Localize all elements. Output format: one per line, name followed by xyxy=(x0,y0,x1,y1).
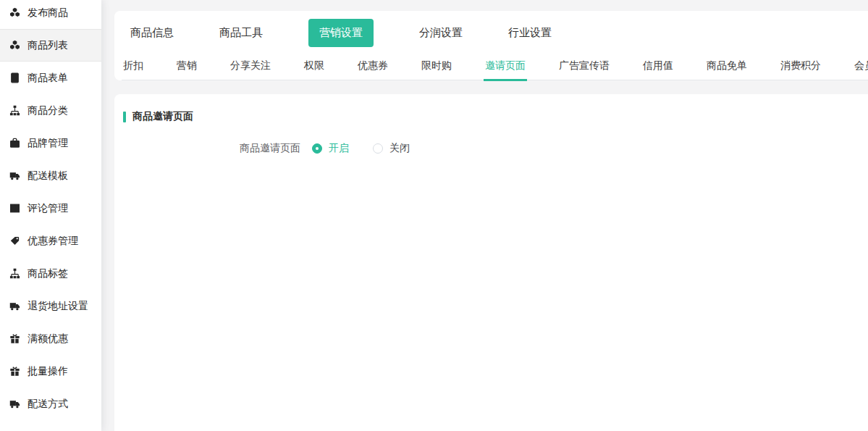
sidebar-item-label: 优惠券管理 xyxy=(28,235,78,248)
main-area: 商品信息商品工具营销设置分润设置行业设置 折扣营销分享关注权限优惠券限时购邀请页… xyxy=(114,0,868,431)
sidebar-item-label: 评论管理 xyxy=(28,202,68,215)
sidebar-item-label: 商品列表 xyxy=(28,39,68,52)
secondary-tab[interactable]: 商品免单 xyxy=(705,55,749,81)
secondary-tab[interactable]: 邀请页面 xyxy=(484,55,527,81)
primary-tab[interactable]: 分润设置 xyxy=(419,26,463,40)
sitemap-icon xyxy=(9,268,20,280)
truck-icon xyxy=(9,170,20,182)
sidebar-item-label: 退货地址设置 xyxy=(28,300,88,313)
columns-icon xyxy=(9,203,20,214)
secondary-tab[interactable]: 会员价设置 xyxy=(853,55,868,81)
sidebar-item[interactable]: 商品列表 xyxy=(0,29,101,62)
secondary-tab[interactable]: 消费积分 xyxy=(779,55,822,81)
section-title: 商品邀请页面 xyxy=(123,110,868,123)
invite-page-radio-group: 开启 关闭 xyxy=(312,142,410,155)
gift-icon xyxy=(9,366,20,377)
radio-option-label: 关闭 xyxy=(389,142,410,155)
secondary-tab[interactable]: 信用值 xyxy=(641,55,675,81)
radio-option: 开启 xyxy=(312,142,349,155)
sidebar-item[interactable]: 优惠券管理 xyxy=(0,225,101,257)
sidebar-item-label: 商品表单 xyxy=(28,72,68,85)
invite-page-form-row: 商品邀请页面 开启 关闭 xyxy=(123,142,868,155)
page: 发布商品 商品列表 商品表单 商品分类 品牌管理 配送模板 评论管理 优惠券管理… xyxy=(0,0,868,431)
radio-option: 关闭 xyxy=(373,142,410,155)
cubes-icon xyxy=(9,40,20,51)
secondary-tab-bar: 折扣营销分享关注权限优惠券限时购邀请页面广告宣传语信用值商品免单消费积分会员价设… xyxy=(122,55,868,80)
sidebar-item[interactable]: 批量操作 xyxy=(0,355,101,388)
sidebar-item-label: 品牌管理 xyxy=(28,137,68,150)
content-panel: 商品邀请页面 商品邀请页面 开启 关闭 xyxy=(114,94,868,431)
truck-icon xyxy=(9,398,20,410)
radio-icon[interactable] xyxy=(312,143,322,154)
sidebar-item-label: 商品分类 xyxy=(28,104,68,117)
primary-tab-bar: 商品信息商品工具营销设置分润设置行业设置 xyxy=(114,11,868,55)
sidebar-item-label: 满额优惠 xyxy=(28,332,68,346)
truck-icon xyxy=(9,301,20,312)
secondary-tab[interactable]: 权限 xyxy=(303,55,326,81)
file-x-icon xyxy=(9,72,20,84)
invite-page-label: 商品邀请页面 xyxy=(123,142,300,155)
sidebar-item-label: 配送方式 xyxy=(28,398,68,411)
sidebar-item-label: 发布商品 xyxy=(28,7,68,20)
secondary-tab[interactable]: 折扣 xyxy=(122,55,145,81)
sidebar-item[interactable]: 商品标签 xyxy=(0,257,101,290)
tabs-panel: 商品信息商品工具营销设置分润设置行业设置 折扣营销分享关注权限优惠券限时购邀请页… xyxy=(114,11,868,80)
sidebar-item[interactable]: 退货地址设置 xyxy=(0,290,101,322)
gift-icon xyxy=(9,333,20,345)
sidebar-item[interactable]: 评论管理 xyxy=(0,192,101,225)
section-title-bar xyxy=(123,112,126,122)
sidebar-item[interactable]: 满额优惠 xyxy=(0,322,101,355)
secondary-tab[interactable]: 营销 xyxy=(175,55,198,81)
primary-tab[interactable]: 行业设置 xyxy=(508,26,552,40)
secondary-tab[interactable]: 广告宣传语 xyxy=(557,55,611,81)
sidebar-item[interactable]: 发布商品 xyxy=(0,0,101,29)
sidebar-item[interactable]: 商品分类 xyxy=(0,94,101,127)
radio-icon[interactable] xyxy=(373,143,383,154)
primary-tab[interactable]: 营销设置 xyxy=(308,19,374,47)
radio-option-label: 开启 xyxy=(329,142,349,155)
sidebar-item[interactable]: 商品表单 xyxy=(0,62,101,94)
secondary-tab[interactable]: 限时购 xyxy=(420,55,453,81)
primary-tab[interactable]: 商品信息 xyxy=(130,26,174,40)
section-title-text: 商品邀请页面 xyxy=(132,110,193,123)
sidebar-item-label: 批量操作 xyxy=(28,365,68,378)
sidebar-item[interactable]: 配送方式 xyxy=(0,388,101,420)
sidebar-menu: 发布商品 商品列表 商品表单 商品分类 品牌管理 配送模板 评论管理 优惠券管理… xyxy=(0,0,101,420)
tag-icon xyxy=(9,235,20,247)
sidebar-item[interactable]: 品牌管理 xyxy=(0,127,101,159)
sidebar-item-label: 配送模板 xyxy=(28,170,68,183)
secondary-tab[interactable]: 分享关注 xyxy=(229,55,272,81)
sidebar-item[interactable]: 配送模板 xyxy=(0,159,101,192)
secondary-tab[interactable]: 优惠券 xyxy=(356,55,389,81)
sidebar: 发布商品 商品列表 商品表单 商品分类 品牌管理 配送模板 评论管理 优惠券管理… xyxy=(0,0,101,431)
sitemap-icon xyxy=(9,105,20,117)
primary-tab[interactable]: 商品工具 xyxy=(219,26,263,40)
briefcase-icon xyxy=(9,138,20,149)
cubes-icon xyxy=(9,7,20,19)
sidebar-item-label: 商品标签 xyxy=(28,267,68,280)
